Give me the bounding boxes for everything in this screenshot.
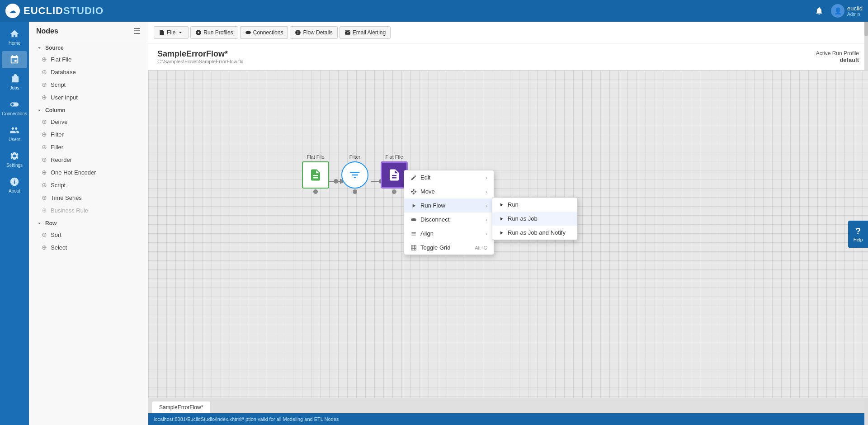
ctx-move[interactable]: Move › (404, 184, 494, 198)
node-sort[interactable]: ⊕ Sort (29, 228, 148, 241)
node-box-filter[interactable] (341, 161, 368, 189)
submenu-run[interactable]: Run (492, 198, 577, 212)
ctx-disconnect[interactable]: Disconnect › (404, 212, 494, 227)
node-box-flatfile1[interactable] (302, 161, 329, 189)
node-one-hot-encoder[interactable]: ⊕ One Hot Encoder (29, 166, 148, 179)
flow-details-label: Flow Details (303, 29, 332, 36)
ctx-align-arrow: › (486, 231, 487, 236)
ctx-run-flow[interactable]: Run Flow › (404, 198, 494, 212)
sidebar-item-users[interactable]: Users (2, 122, 27, 146)
sidebar-item-users-label: Users (9, 137, 20, 142)
ctx-edit[interactable]: Edit › (404, 170, 494, 184)
nodes-menu-icon[interactable]: ☰ (133, 26, 141, 36)
node-filler-label: Filler (51, 144, 63, 151)
help-label: Help (854, 237, 863, 242)
flow-details-button[interactable]: Flow Details (290, 26, 337, 39)
file-button[interactable]: File (154, 26, 189, 39)
context-menu: Edit › Move › Run Flow › (404, 170, 494, 255)
section-source[interactable]: Source (29, 41, 148, 53)
tab-sample-error-flow[interactable]: SampleErrorFlow* (152, 401, 210, 413)
main-content: File Run Profiles Connections Flow Detai… (148, 22, 868, 425)
sidebar-item-settings[interactable]: Settings (2, 147, 27, 171)
node-derive-label: Derive (51, 118, 68, 125)
ctx-run-flow-arrow: › (486, 203, 487, 208)
ctx-toggle-grid-shortcut: Alt+G (475, 245, 487, 250)
nodes-title: Nodes (36, 27, 58, 35)
user-info[interactable]: 👤 euclid Admin (831, 4, 863, 18)
node-time-series[interactable]: ⊕ Time Series (29, 191, 148, 204)
connections-button[interactable]: Connections (240, 26, 288, 39)
section-row-label: Row (45, 220, 57, 227)
help-button[interactable]: ? Help (848, 221, 868, 248)
logo-icon: ☁ (5, 4, 20, 18)
node-reorder[interactable]: ⊕ Reorder (29, 153, 148, 166)
node-user-input-label: User Input (51, 94, 78, 101)
notifications-button[interactable] (815, 6, 824, 15)
node-database[interactable]: ⊕ Database (29, 66, 148, 78)
ctx-align[interactable]: Align › (404, 227, 494, 241)
node-select[interactable]: ⊕ Select (29, 241, 148, 254)
active-run-profile-value: default (816, 57, 859, 63)
canvas-node-flatfile1[interactable]: Flat File (302, 154, 329, 194)
username: euclid (847, 5, 863, 12)
node-script-col[interactable]: ⊕ Script (29, 179, 148, 191)
sidebar-item-connections-label: Connections (2, 111, 27, 116)
node-filter[interactable]: ⊕ Filter (29, 128, 148, 141)
ctx-edit-label: Edit (420, 174, 430, 181)
flow-canvas[interactable]: Flat File Filter (148, 71, 868, 398)
avatar: 👤 (831, 4, 844, 18)
flow-info: SampleErrorFlow* C:\Samples\Flows\Sample… (157, 49, 243, 64)
status-bar: localhost:8081/EuclidStudio/index.xhtml#… (148, 413, 868, 425)
ctx-toggle-grid-label: Toggle Grid (420, 244, 450, 251)
node-script-col-label: Script (51, 182, 66, 189)
sidebar-item-jobs[interactable]: Jobs (2, 70, 27, 94)
node-script-label: Script (51, 81, 66, 88)
section-column[interactable]: Column (29, 104, 148, 115)
plus-icon: ⊕ (42, 181, 47, 189)
node-label-filter: Filter (349, 154, 360, 160)
ctx-align-label: Align (420, 230, 434, 237)
nodes-content: Source ⊕ Flat File ⊕ Database ⊕ Script ⊕… (29, 41, 148, 425)
plus-icon: ⊕ (42, 207, 47, 214)
logo: ☁ EUCLIDSTUDIO (5, 4, 104, 18)
plus-icon: ⊕ (42, 169, 47, 176)
ctx-toggle-grid[interactable]: Toggle Grid Alt+G (404, 241, 494, 255)
submenu-run-as-job-notify[interactable]: Run as Job and Notify (492, 226, 577, 240)
sidebar-item-about[interactable]: About (2, 173, 27, 197)
status-message: localhost:8081/EuclidStudio/index.xhtml#… (154, 416, 339, 422)
canvas-node-filter[interactable]: Filter (341, 154, 368, 194)
submenu-run-as-job[interactable]: Run as Job (492, 212, 577, 226)
node-select-label: Select (51, 244, 67, 251)
plus-icon: ⊕ (42, 118, 47, 125)
node-user-input[interactable]: ⊕ User Input (29, 91, 148, 104)
ctx-move-label: Move (420, 188, 435, 195)
plus-icon: ⊕ (42, 68, 47, 76)
section-row[interactable]: Row (29, 217, 148, 228)
sidebar-item-nodes[interactable] (2, 51, 27, 68)
user-role: Admin (847, 12, 863, 17)
node-business-rule[interactable]: ⊕ Business Rule (29, 204, 148, 217)
node-derive[interactable]: ⊕ Derive (29, 115, 148, 128)
section-column-label: Column (45, 107, 66, 113)
node-port-flatfile2 (392, 189, 396, 194)
submenu-run-as-job-label: Run as Job (508, 215, 538, 222)
email-alerting-label: Email Alerting (353, 29, 386, 36)
ctx-move-arrow: › (486, 189, 487, 194)
node-script[interactable]: ⊕ Script (29, 78, 148, 91)
node-flat-file[interactable]: ⊕ Flat File (29, 53, 148, 66)
nav-sidebar: Home Jobs Connections Users Settings Abo… (0, 22, 29, 425)
email-alerting-button[interactable]: Email Alerting (340, 26, 391, 39)
sidebar-item-home[interactable]: Home (2, 25, 27, 49)
toolbar: File Run Profiles Connections Flow Detai… (148, 22, 868, 43)
tab-bar: SampleErrorFlow* (148, 398, 868, 413)
node-filler[interactable]: ⊕ Filler (29, 141, 148, 153)
node-reorder-label: Reorder (51, 156, 72, 163)
run-profiles-button[interactable]: Run Profiles (190, 26, 238, 39)
node-sort-label: Sort (51, 231, 61, 238)
ctx-disconnect-label: Disconnect (420, 216, 449, 223)
sidebar-item-settings-label: Settings (6, 163, 23, 168)
help-question-mark: ? (855, 226, 861, 236)
node-one-hot-encoder-label: One Hot Encoder (51, 169, 96, 176)
node-flat-file-label: Flat File (51, 56, 71, 63)
sidebar-item-connections[interactable]: Connections (2, 96, 27, 120)
